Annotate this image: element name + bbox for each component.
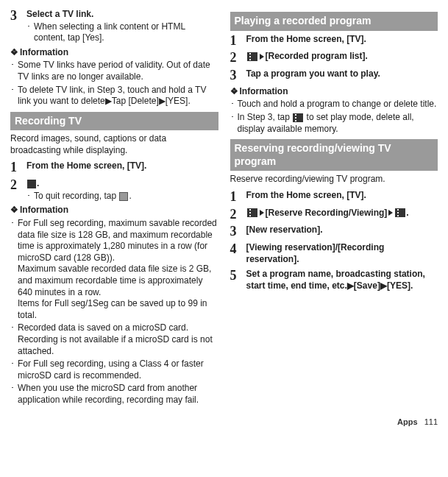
right-column: Playing a recorded program 1 From the Ho…: [230, 7, 438, 411]
step-number: 2: [230, 208, 246, 222]
page-number: 111: [424, 417, 438, 426]
step-title: From the Home screen, [TV].: [246, 34, 438, 46]
section-recording-tv: Recording TV: [10, 112, 218, 131]
left-column: 3 Select a TV link. ･ When selecting a l…: [10, 7, 218, 411]
step-title: From the Home screen, [TV].: [26, 160, 218, 172]
info-item: Some TV links have period of validity. O…: [18, 60, 218, 82]
section-intro: Reserve recording/viewing TV program.: [230, 174, 438, 186]
information-heading: ❖Information: [230, 86, 438, 98]
step-number: 3: [10, 9, 26, 44]
arrow-icon: [260, 210, 264, 216]
step-title: Set a program name, broadcasting station…: [246, 269, 438, 292]
step-number: 1: [10, 160, 26, 175]
info-item: When you use the microSD card from anoth…: [18, 383, 218, 406]
step-title: [Viewing reservation]/[Recording reserva…: [246, 242, 438, 265]
information-list: ･Touch and hold a program to change or d…: [230, 99, 438, 135]
info-item: For Full seg recording, maximum savable …: [18, 218, 218, 321]
record-icon: [27, 180, 36, 188]
step-reserve-4: 4 [Viewing reservation]/[Recording reser…: [230, 242, 438, 266]
footer-section-label: Apps: [397, 417, 418, 426]
diamond-icon: ❖: [10, 205, 18, 215]
step-title: [New reservation].: [246, 225, 438, 236]
info-item: For Full seg recording, using a Class 4 …: [18, 358, 218, 381]
step-number: 2: [230, 51, 246, 66]
step-rec-2: 2 . ･ To quit recording, tap .: [10, 178, 218, 202]
step-number: 1: [230, 34, 246, 49]
step-number: 3: [230, 68, 246, 83]
step-play-2: 2 [Recorded program list].: [230, 51, 438, 66]
step-number: 5: [230, 269, 246, 292]
section-intro: Record images, sound, captions or data b…: [10, 133, 218, 156]
bullet-dot: ･: [26, 191, 34, 202]
step-title: From the Home screen, [TV].: [246, 190, 438, 202]
step-title: [Reserve Recording/Viewing].: [246, 208, 438, 219]
arrow-icon: [260, 54, 264, 60]
step-number: 3: [230, 225, 246, 239]
diamond-icon: ❖: [230, 86, 238, 96]
more-icon: [247, 208, 257, 217]
info-item: Recorded data is saved on a microSD card…: [18, 322, 218, 357]
information-list: ･Some TV links have period of validity. …: [10, 60, 218, 107]
step-title: .: [26, 178, 218, 190]
section-reserving: Reserving recording/viewing TV program: [230, 139, 438, 171]
diamond-icon: ❖: [10, 47, 18, 57]
section-playing-recorded: Playing a recorded program: [230, 12, 438, 31]
more-icon: [293, 113, 303, 122]
step-title: Tap a program you want to play.: [246, 68, 438, 80]
step-play-3: 3 Tap a program you want to play.: [230, 68, 438, 83]
step-reserve-5: 5 Set a program name, broadcasting stati…: [230, 269, 438, 292]
step-select-tv-link: 3 Select a TV link. ･ When selecting a l…: [10, 9, 218, 44]
step-play-1: 1 From the Home screen, [TV].: [230, 34, 438, 49]
step-title: [Recorded program list].: [246, 51, 438, 63]
info-item: To delete TV link, in Step 3, touch and …: [18, 85, 218, 107]
step-rec-1: 1 From the Home screen, [TV].: [10, 160, 218, 175]
information-heading: ❖Information: [10, 205, 218, 216]
step-subtext: When selecting a link content or HTML co…: [34, 21, 218, 44]
more-icon: [395, 208, 405, 217]
step-subtext: To quit recording, tap .: [34, 191, 132, 202]
info-item: Touch and hold a program to change or de…: [238, 99, 438, 110]
step-number: 4: [230, 242, 246, 266]
step-number: 1: [230, 190, 246, 205]
page-footer: Apps 111: [10, 417, 438, 427]
step-title: Select a TV link.: [26, 9, 218, 21]
step-reserve-2: 2 [Reserve Recording/Viewing].: [230, 208, 438, 222]
step-reserve-1: 1 From the Home screen, [TV].: [230, 190, 438, 205]
bullet-dot: ･: [26, 21, 34, 44]
step-reserve-3: 3 [New reservation].: [230, 225, 438, 239]
more-icon: [247, 52, 257, 61]
stop-icon: [119, 192, 128, 201]
info-item: In Step 3, tap to set play mode, delete …: [238, 112, 438, 135]
arrow-icon: [388, 210, 393, 216]
information-list: ･ For Full seg recording, maximum savabl…: [10, 218, 218, 406]
information-heading: ❖Information: [10, 47, 218, 59]
step-number: 2: [10, 178, 26, 202]
